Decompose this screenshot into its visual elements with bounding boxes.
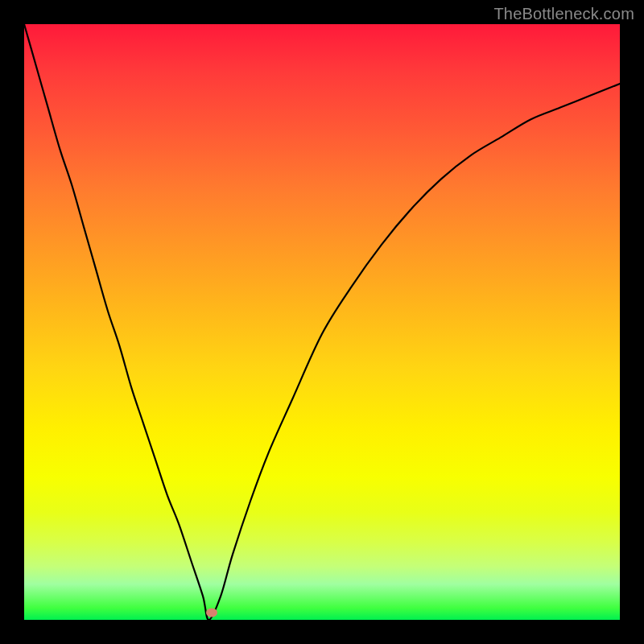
bottleneck-curve bbox=[24, 24, 620, 620]
chart-frame: TheBottleneck.com bbox=[0, 0, 644, 644]
plot-area bbox=[24, 24, 620, 620]
curve-svg bbox=[24, 24, 620, 620]
watermark-text: TheBottleneck.com bbox=[493, 5, 634, 23]
optimal-point-marker bbox=[206, 609, 217, 617]
